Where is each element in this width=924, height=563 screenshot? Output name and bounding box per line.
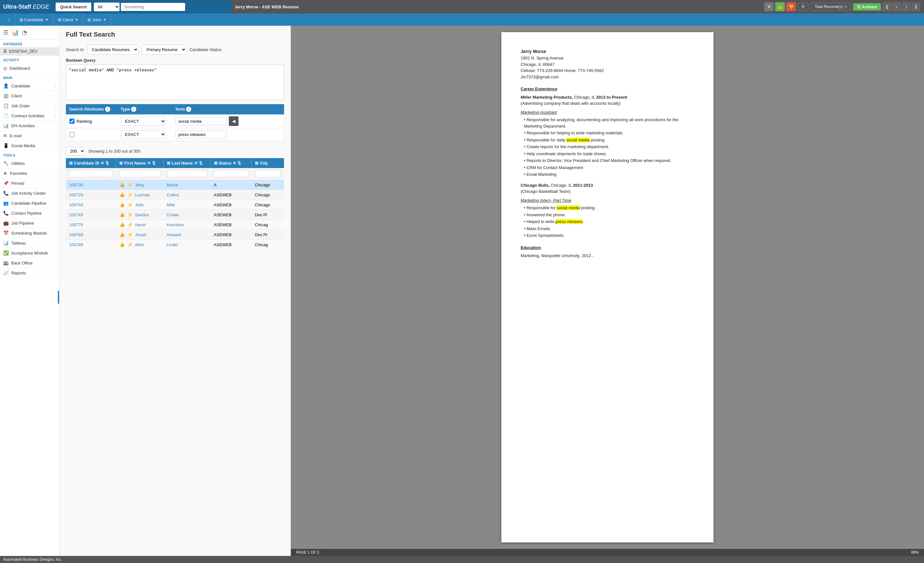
hamburger-menu-button[interactable]: ☰ (798, 3, 808, 10)
first-name-link[interactable]: Lucinda (135, 193, 150, 197)
sidebar-item-contact-pipeline[interactable]: 📞 Contact Pipeline (0, 208, 59, 218)
lightning-row-icon[interactable]: ⚡ (127, 232, 133, 237)
sidebar-item-job-order[interactable]: 📋 Job Order › (0, 101, 59, 111)
sidebar-item-candidate-pipeline[interactable]: 👥 Candidate Pipeline (0, 198, 59, 208)
last-name-link[interactable]: Kennison (167, 222, 184, 227)
candidate-id-link[interactable]: 100743 (69, 213, 83, 217)
table-row[interactable]: 100789 👍 ⚡ Alice LindelASEWEBChicag (66, 240, 284, 250)
lightning-row-icon[interactable]: ⚡ (127, 212, 133, 217)
candidate-id-link[interactable]: 100744 (69, 202, 83, 207)
back-button[interactable]: ◀ (229, 116, 238, 126)
total-resumes-button[interactable]: Total Resume(s): 1 (811, 3, 850, 10)
sidebar-item-scheduling[interactable]: 📅 Scheduling Module (0, 228, 59, 238)
candidate-id-link[interactable]: 100769 (69, 232, 83, 237)
term-input-0[interactable] (176, 117, 227, 125)
first-name-link[interactable]: Aaron (135, 222, 146, 227)
thumbs-up-row-icon[interactable]: 👍 (119, 232, 125, 237)
sidebar-item-social-media[interactable]: 📱 Social Media (0, 141, 59, 151)
sidebar-item-utilities[interactable]: 🔧 Utilities (0, 159, 59, 168)
candidate-id-link[interactable]: 100789 (69, 242, 83, 247)
sidebar-item-favorites[interactable]: ★ Favorites (0, 168, 59, 178)
lightning-row-icon[interactable]: ⚡ (127, 192, 133, 197)
candidate-nav-item[interactable]: ⊞ Candidate ▼ (15, 13, 53, 26)
client-nav-item[interactable]: ⊞ Client ▼ (53, 13, 83, 26)
quick-search-button[interactable]: Quick Search (56, 3, 91, 11)
lightning-row-icon[interactable]: ⚡ (127, 202, 133, 207)
th-last-name[interactable]: ⊞ Last Name ✕ ⇅ (164, 158, 211, 168)
first-name-link[interactable]: Julie (135, 202, 144, 207)
th-city[interactable]: ⊞ City (252, 158, 284, 168)
table-row[interactable]: 100744 👍 ⚡ Julie MillsASEWEBChicago (66, 200, 284, 210)
first-name-link[interactable]: Alice (135, 242, 144, 247)
sidebar-item-pinned[interactable]: 📌 Pinned (0, 178, 59, 188)
table-row[interactable]: 100729 👍 ⚡ Lucinda CollinsASEWEBChicago (66, 190, 284, 200)
database-item[interactable]: 🗄 EDGETerri_DEV (0, 47, 59, 55)
results-per-page-select[interactable]: 200 (66, 147, 85, 156)
sidebar-item-email[interactable]: ✉ E-mail (0, 131, 59, 141)
th-candidate-id[interactable]: ⊞ Candidate ID ✕ ⇅ (66, 158, 116, 168)
nav-first-button[interactable]: ⟪ (882, 2, 891, 11)
thumbs-up-row-icon[interactable]: 👍 (119, 212, 125, 217)
thumbs-up-active-icon[interactable]: 👍 (119, 182, 125, 187)
lightning-row-icon[interactable]: ⚡ (127, 222, 133, 227)
last-name-link[interactable]: Collins (167, 193, 179, 197)
thumbs-down-button[interactable]: 👎 (786, 2, 796, 11)
close-resume-button[interactable]: ✕ (764, 2, 774, 11)
sidebar-item-client[interactable]: 🏢 Client › (0, 91, 59, 101)
first-name-link[interactable]: Sandra (135, 213, 148, 217)
thumbs-up-row-icon[interactable]: 👍 (119, 202, 125, 207)
first-name-link[interactable]: Jerry (135, 183, 144, 187)
attr-checkbox-1[interactable] (69, 132, 75, 137)
thumbs-up-row-icon[interactable]: 👍 (119, 222, 125, 227)
sidebar-item-back-office[interactable]: 🏬 Back Office (0, 258, 59, 268)
sidebar-item-dh-activities[interactable]: 📊 DH Activities (0, 121, 59, 131)
sidebar-item-candidate[interactable]: 👤 Candidate › (0, 81, 59, 91)
table-row[interactable]: 100730 👍 ⚡ Jerry MorseAChicago (66, 180, 284, 190)
th-status[interactable]: ⊞ Status ✕ ⇅ (210, 158, 252, 168)
filter-city[interactable] (255, 170, 281, 177)
sidebar-item-job-activity-center[interactable]: 📞 Job Activity Center (0, 188, 59, 198)
nav-prev-button[interactable]: ‹ (892, 2, 901, 11)
table-row[interactable]: 100743 👍 ⚡ Sandra CroweASEWEBDes Pl (66, 210, 284, 220)
sidebar-item-contract-activities[interactable]: 📄 Contract Activities › (0, 111, 59, 121)
sidebar-item-dashboard[interactable]: ◎ Dashboard (0, 63, 59, 73)
last-name-link[interactable]: Mills (167, 202, 175, 207)
last-name-link[interactable]: Howard (167, 232, 181, 237)
thumbs-up-button[interactable]: 👍 (775, 2, 785, 11)
lightning-active-icon[interactable]: ⚡ (127, 182, 133, 187)
candidate-id-link[interactable]: 100729 (69, 193, 83, 197)
actions-button[interactable]: ☰ Actions (853, 3, 881, 10)
sidebar-collapse-button[interactable]: ‹ (58, 291, 60, 304)
thumbs-up-row-icon[interactable]: 👍 (119, 192, 125, 197)
thumbs-up-row-icon[interactable]: 👍 (119, 242, 125, 247)
search-in-select[interactable]: Candidate Resumes (87, 45, 138, 55)
lightning-row-icon[interactable]: ⚡ (127, 242, 133, 247)
type-select-1[interactable]: EXACT (121, 130, 166, 139)
sidebar-item-acceptance-module[interactable]: ✅ Acceptance Module (0, 248, 59, 258)
sidebar-item-reports[interactable]: 📈 Reports (0, 268, 59, 278)
term-input-1[interactable] (176, 130, 227, 138)
nav-next-button[interactable]: › (902, 2, 911, 11)
filter-candidate-id[interactable] (69, 170, 113, 177)
filter-last-name[interactable] (167, 170, 208, 177)
filter-first-name[interactable] (119, 170, 160, 177)
table-row[interactable]: 100770 👍 ⚡ Aaron KennisonASEWEBChicag (66, 220, 284, 230)
last-name-link[interactable]: Lindel (167, 242, 178, 247)
nav-last-button[interactable]: ⟫ (912, 2, 921, 11)
candidate-id-link[interactable]: 100770 (69, 222, 83, 227)
pie-chart-icon-button[interactable]: ◔ (22, 29, 27, 36)
boolean-query-input[interactable]: "social media" AND "press releases" (66, 64, 284, 100)
jobs-nav-item[interactable]: ⊞ Jobs ▼ (83, 13, 111, 26)
sidebar-item-job-pipeline[interactable]: 💼 Job Pipeline (0, 218, 59, 228)
search-type-select[interactable]: All (94, 3, 120, 11)
first-name-link[interactable]: Jonah (135, 232, 146, 237)
th-first-name[interactable]: ⊞ First Name ✕ ⇅ (116, 158, 164, 168)
ranking-checkbox[interactable] (69, 118, 75, 124)
last-name-link[interactable]: Morse (167, 183, 178, 187)
hamburger-icon-button[interactable]: ☰ (3, 29, 8, 36)
filter-status[interactable] (214, 170, 248, 177)
home-nav-item[interactable]: ⌂ (3, 13, 15, 26)
sidebar-item-tableau[interactable]: 📊 Tableau (0, 238, 59, 248)
search-input[interactable] (121, 3, 185, 11)
type-select-0[interactable]: EXACT (121, 117, 166, 126)
